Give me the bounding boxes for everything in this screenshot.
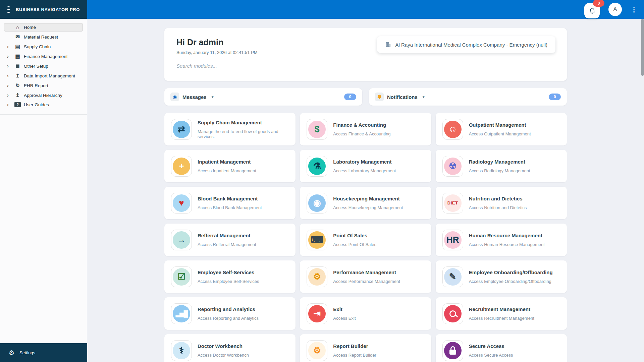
scrollbar[interactable] (641, 19, 644, 76)
sidebar-item-other-setup[interactable]: › ≣ Other Setup (4, 62, 83, 70)
module-subtitle: Access Housekeeping Management (333, 205, 403, 210)
nutrition-dietetics-icon: DIET (444, 194, 462, 212)
module-title: Housekeeping Management (333, 196, 403, 201)
chevron-right-icon: › (7, 73, 11, 78)
module-card-housekeeping-management[interactable]: ◉ Housekeeping Management Access Houseke… (300, 187, 431, 219)
sidebar-item-label: Approval Hierarchy (24, 93, 62, 98)
supply-chain-icon: ▤ (14, 44, 21, 50)
module-title: Employee Self-Services (198, 269, 259, 275)
module-card-blood-bank-management[interactable]: ♥ Blood Bank Management Access Blood Ban… (164, 187, 296, 219)
module-card-point-of-sales[interactable]: ⌨ Point Of Sales Access Point Of Sales (300, 224, 431, 256)
module-title: Refferral Management (198, 233, 256, 238)
module-subtitle: Manage the end-to-end flow of goods and … (198, 129, 289, 139)
module-title: Performance Management (333, 269, 400, 275)
sidebar-menu: › ⌂ Home › ✉ Material Request › ▤ Supply… (0, 19, 87, 115)
sidebar-item-label: Finance Management (24, 54, 68, 59)
material-request-icon: ✉ (14, 34, 21, 40)
home-icon: ⌂ (14, 24, 21, 30)
sidebar-item-user-guides[interactable]: › ? User Guides (4, 101, 83, 109)
settings-label: Settings (19, 350, 35, 355)
sidebar-item-finance-management[interactable]: › ▦ Finance Management (4, 52, 83, 61)
module-card-laboratory-management[interactable]: ⚗ Laboratory Management Access Laborator… (300, 150, 431, 182)
module-title: Finance & Accounting (333, 122, 390, 128)
point-of-sales-icon: ⌨ (308, 231, 326, 249)
module-card-recruitment-management[interactable]: Recruitment Management Access Recruitmen… (436, 297, 567, 330)
module-subtitle: Access Blood Bank Management (198, 205, 262, 210)
chevron-right-icon: › (7, 54, 11, 59)
finance-management-icon: ▦ (14, 53, 21, 59)
data-import-icon: ↥ (14, 73, 21, 79)
supply-chain-module-icon: ⇄ (173, 121, 190, 138)
blood-bank-icon: ♥ (173, 194, 190, 212)
user-guides-icon: ? (14, 102, 21, 107)
module-subtitle: Access Outpatient Management (469, 131, 531, 136)
chevron-right-icon: › (7, 93, 11, 98)
sidebar-item-data-import-management[interactable]: › ↥ Data Import Management (4, 71, 83, 80)
module-card-refferral-management[interactable]: → Refferral Management Access Refferral … (164, 224, 296, 256)
notifications-label: Notifications (387, 94, 418, 100)
module-card-inpatient-management[interactable]: + Inpatient Management Access Inpatient … (164, 150, 296, 182)
secure-access-icon (444, 342, 462, 359)
brand-area: BUSINESS NAVIGATOR PRO (0, 0, 87, 19)
module-card-employee-onboarding-offboarding[interactable]: ✎ Employee Onboarding/Offboarding Access… (436, 260, 567, 293)
module-title: Blood Bank Management (198, 196, 262, 201)
sidebar-item-material-request[interactable]: › ✉ Material Request (4, 33, 83, 41)
module-card-nutrition-and-dietetics[interactable]: DIET Nutrition and Dietetics Access Nutr… (436, 187, 567, 219)
module-card-performance-management[interactable]: ⚙ Performance Management Access Performa… (300, 260, 431, 293)
sidebar-item-label: Data Import Management (24, 73, 75, 78)
module-title: Employee Onboarding/Offboarding (469, 269, 553, 275)
module-card-employee-self-services[interactable]: ☑ Employee Self-Services Access Employee… (164, 260, 296, 293)
module-subtitle: Access Radiology Management (469, 168, 530, 173)
sidebar-item-home[interactable]: › ⌂ Home (4, 23, 83, 32)
module-card-doctor-workbench[interactable]: ⚕ Doctor Workbench Access Doctor Workben… (164, 334, 296, 362)
hamburger-menu-icon[interactable] (7, 6, 10, 13)
module-card-outpatient-management[interactable]: ☺ Outpatient Management Access Outpatien… (436, 113, 567, 145)
module-card-human-resource-management[interactable]: HR Human Resource Management Access Huma… (436, 224, 567, 256)
chevron-right-icon: › (7, 102, 11, 107)
chevron-right-icon: › (7, 44, 11, 49)
module-subtitle: Access Employee Onboarding/Offboarding (469, 279, 553, 284)
sidebar-item-label: Supply Chain (24, 44, 51, 49)
sidebar-item-ehr-report[interactable]: › ↻ EHR Report (4, 81, 83, 90)
module-card-reporting-and-analytics[interactable]: ▂▅█ Reporting and Analytics Access Repor… (164, 297, 296, 330)
messages-icon: ◉ (170, 93, 179, 101)
module-title: Exit (333, 306, 356, 312)
module-title: Point Of Sales (333, 233, 376, 238)
company-banner[interactable]: Al Raya International Medical Complex Co… (377, 36, 555, 53)
search-modules-input[interactable] (176, 63, 391, 69)
refferral-icon: → (173, 231, 190, 249)
sidebar-item-approval-hierarchy[interactable]: › ↥ Approval Hierarchy (4, 91, 83, 100)
module-card-radiology-management[interactable]: ☢ Radiology Management Access Radiology … (436, 150, 567, 182)
module-card-report-builder[interactable]: ⚙ Report Builder Access Report Builder (300, 334, 431, 362)
module-card-finance-accounting[interactable]: $ Finance & Accounting Access Finance & … (300, 113, 431, 145)
module-subtitle: Access Finance & Accounting (333, 131, 390, 136)
recruitment-icon (444, 305, 462, 322)
greeting-card: Hi Dr admin Sunday, January 11, 2026 at … (164, 28, 567, 81)
sidebar-item-supply-chain[interactable]: › ▤ Supply Chain (4, 42, 83, 51)
module-card-secure-access[interactable]: Secure Access Access Secure Access (436, 334, 567, 362)
module-title: Inpatient Management (198, 159, 256, 165)
module-title: Nutrition and Dietetics (469, 196, 527, 201)
messages-accordion[interactable]: ◉ Messages ▼ 0 (164, 88, 362, 106)
module-title: Secure Access (469, 343, 513, 349)
top-bar: BUSINESS NAVIGATOR PRO 0 A ⋮ (0, 0, 644, 19)
app-title: BUSINESS NAVIGATOR PRO (16, 7, 80, 12)
module-grid: ⇄ Supply Chain Management Manage the end… (164, 113, 567, 362)
module-subtitle: Access Nutrition and Dietetics (469, 205, 527, 210)
building-icon (385, 42, 391, 48)
module-card-supply-chain-management[interactable]: ⇄ Supply Chain Management Manage the end… (164, 113, 296, 145)
notifications-button[interactable]: 0 (584, 3, 600, 18)
chevron-right-icon: › (7, 83, 11, 88)
messages-count-badge: 0 (344, 94, 356, 100)
main-area: Hi Dr admin Sunday, January 11, 2026 at … (87, 19, 644, 362)
other-setup-icon: ≣ (14, 63, 21, 69)
laboratory-icon: ⚗ (308, 158, 326, 175)
module-card-exit[interactable]: ⇥ Exit Access Exit (300, 297, 431, 330)
settings-button[interactable]: ⚙ Settings (0, 343, 87, 362)
sidebar-item-label: Other Setup (24, 64, 48, 69)
notifications-accordion[interactable]: Notifications ▼ 0 (369, 88, 567, 106)
kebab-menu-icon[interactable]: ⋮ (631, 6, 637, 13)
avatar[interactable]: A (608, 3, 622, 16)
inpatient-icon: + (173, 158, 190, 175)
module-subtitle: Access Inpatient Management (198, 168, 256, 173)
